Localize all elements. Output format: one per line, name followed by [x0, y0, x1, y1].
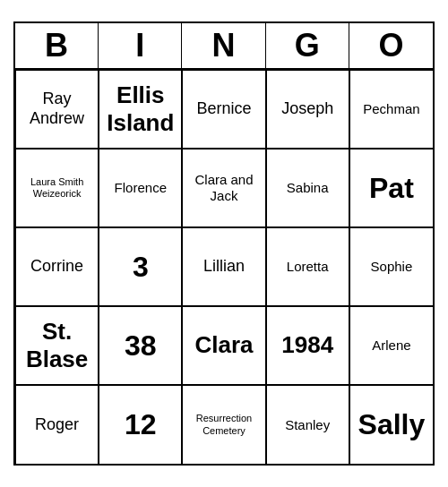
bingo-cell: Ellis Island	[99, 70, 182, 149]
cell-text: 38	[125, 329, 157, 363]
header-letter: I	[99, 23, 182, 68]
cell-text: St. Blase	[20, 318, 94, 373]
bingo-cell: Joseph	[266, 70, 349, 149]
bingo-cell: Roger	[15, 385, 99, 464]
cell-text: Ellis Island	[103, 81, 177, 137]
bingo-cell: Arlene	[349, 306, 433, 385]
cell-text: Pat	[369, 171, 414, 205]
header-letter: G	[266, 23, 349, 68]
bingo-cell: Ray Andrew	[15, 70, 99, 149]
bingo-cell: Laura Smith Weizeorick	[15, 149, 99, 227]
bingo-card: BINGO Ray AndrewEllis IslandBerniceJosep…	[13, 21, 435, 466]
cell-text: Stanley	[285, 417, 330, 433]
cell-text: Sally	[358, 407, 426, 441]
bingo-cell: Lillian	[182, 227, 265, 306]
cell-text: Lillian	[203, 257, 245, 277]
cell-text: Florence	[115, 180, 167, 196]
header-letter: N	[182, 23, 265, 68]
bingo-cell: Bernice	[182, 70, 265, 149]
bingo-cell: Loretta	[266, 227, 349, 306]
bingo-header: BINGO	[15, 23, 433, 70]
bingo-cell: Sabina	[266, 149, 349, 227]
cell-text: Clara and Jack	[186, 172, 261, 204]
bingo-cell: 38	[99, 306, 182, 385]
cell-text: Sophie	[371, 259, 413, 275]
bingo-grid: Ray AndrewEllis IslandBerniceJosephPechm…	[15, 70, 433, 464]
bingo-cell: Stanley	[266, 385, 349, 464]
bingo-cell: Sophie	[349, 227, 433, 306]
bingo-cell: 3	[99, 227, 182, 306]
cell-text: Joseph	[281, 99, 333, 119]
bingo-cell: Florence	[99, 149, 182, 227]
cell-text: Loretta	[287, 259, 329, 275]
bingo-cell: Pechman	[349, 70, 433, 149]
bingo-cell: 12	[99, 385, 182, 464]
cell-text: Laura Smith Weizeorick	[20, 176, 94, 200]
bingo-cell: Clara and Jack	[182, 149, 265, 227]
bingo-cell: Resurrection Cemetery	[182, 385, 265, 464]
bingo-cell: Pat	[349, 149, 433, 227]
cell-text: 1984	[281, 331, 333, 359]
bingo-cell: Sally	[349, 385, 433, 464]
cell-text: Roger	[35, 415, 79, 435]
bingo-cell: Corrine	[15, 227, 99, 306]
bingo-cell: St. Blase	[15, 306, 99, 385]
header-letter: O	[349, 23, 433, 68]
bingo-cell: Clara	[182, 306, 265, 385]
cell-text: Bernice	[196, 99, 251, 119]
cell-text: 12	[125, 407, 157, 441]
cell-text: Sabina	[287, 180, 329, 196]
cell-text: Clara	[194, 331, 253, 359]
cell-text: Corrine	[30, 257, 83, 277]
header-letter: B	[15, 23, 99, 68]
cell-text: Ray Andrew	[20, 90, 94, 128]
cell-text: Arlene	[372, 337, 410, 354]
cell-text: 3	[133, 250, 149, 284]
cell-text: Resurrection Cemetery	[186, 413, 261, 436]
cell-text: Pechman	[363, 101, 419, 117]
bingo-cell: 1984	[266, 306, 349, 385]
